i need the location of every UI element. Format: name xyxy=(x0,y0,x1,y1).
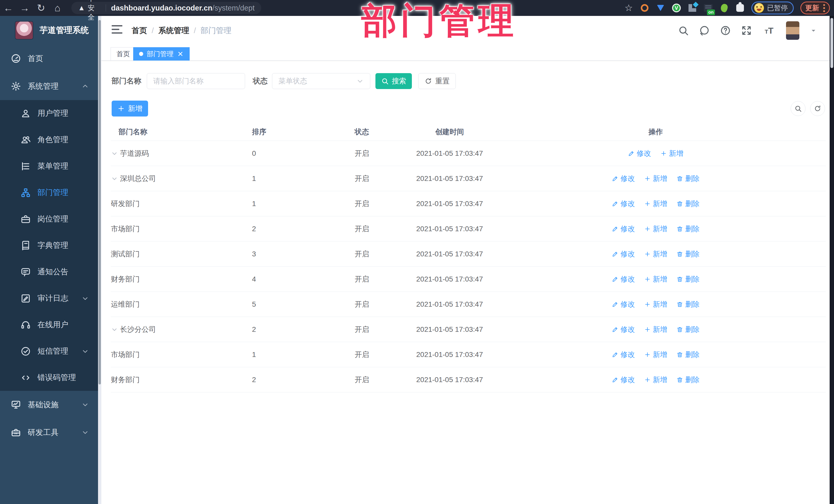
delete-action-link[interactable]: 删除 xyxy=(676,174,700,183)
extension-green-icon[interactable]: V xyxy=(672,3,681,13)
tab-dept-mgmt[interactable]: 部门管理 xyxy=(133,47,190,61)
active-tab-label: 部门管理 xyxy=(147,49,174,59)
sidebar-item-audit-log[interactable]: 审计日志 xyxy=(0,285,101,311)
sidebar-item-dept-mgmt[interactable]: 部门管理 xyxy=(0,179,101,206)
dept-name-cell: 长沙分公司 xyxy=(111,325,249,334)
edit-action-link[interactable]: 修改 xyxy=(628,149,651,158)
sidebar-item-notice[interactable]: 通知公告 xyxy=(0,259,101,285)
tab-close-icon[interactable] xyxy=(177,50,184,57)
edit-action-link[interactable]: 修改 xyxy=(612,224,635,234)
fullscreen-icon[interactable] xyxy=(741,25,752,36)
breadcrumb-home[interactable]: 首页 xyxy=(132,25,147,36)
edit-action-link[interactable]: 修改 xyxy=(612,249,635,259)
sidebar-item-system[interactable]: 系统管理 xyxy=(0,72,101,100)
browser-home-icon[interactable]: ⌂ xyxy=(49,3,66,14)
avatar-caret-icon[interactable] xyxy=(809,26,818,35)
extension-grid-icon[interactable] xyxy=(688,3,697,13)
sidebar-item-menu-mgmt[interactable]: 菜单管理 xyxy=(0,153,101,179)
sidebar-scrollbar[interactable] xyxy=(98,16,101,504)
edit-action-link[interactable]: 修改 xyxy=(612,199,635,209)
user-avatar[interactable] xyxy=(786,21,799,40)
edit-action-link[interactable]: 修改 xyxy=(612,325,635,334)
add-action-link[interactable]: 新增 xyxy=(644,224,667,234)
col-dept-name: 部门名称 xyxy=(111,127,249,137)
browser-back-icon[interactable]: ← xyxy=(0,3,17,14)
add-action-link[interactable]: 新增 xyxy=(644,325,667,334)
add-action-link[interactable]: 新增 xyxy=(660,149,683,158)
dept-name: 市场部门 xyxy=(111,350,139,359)
add-action-link[interactable]: 新增 xyxy=(644,249,667,259)
add-button[interactable]: 新增 xyxy=(112,101,148,116)
delete-action-link[interactable]: 删除 xyxy=(676,224,700,234)
search-icon[interactable] xyxy=(678,25,689,36)
delete-action-link[interactable]: 删除 xyxy=(676,350,700,359)
add-action-link[interactable]: 新增 xyxy=(644,300,667,309)
extension-fly-icon[interactable] xyxy=(720,3,729,13)
help-icon[interactable] xyxy=(720,25,731,36)
tab-home[interactable]: 首页 xyxy=(111,47,136,61)
address-bar[interactable]: ▲ 不安全 dashboard.yudao.iocoder.cn/system/… xyxy=(71,2,261,14)
extension-on-icon[interactable]: on xyxy=(704,3,713,13)
breadcrumb-current: 部门管理 xyxy=(201,25,232,36)
delete-action-link[interactable]: 删除 xyxy=(676,325,700,334)
sidebar-collapse-icon[interactable] xyxy=(112,25,123,36)
delete-action-link[interactable]: 删除 xyxy=(676,249,700,259)
delete-action-link[interactable]: 删除 xyxy=(676,375,700,385)
browser-update-button[interactable]: 更新 xyxy=(800,2,830,14)
delete-action-link[interactable]: 删除 xyxy=(676,274,700,284)
dept-name-input[interactable] xyxy=(147,73,245,89)
sidebar-item-error-code[interactable]: 错误码管理 xyxy=(0,365,101,391)
add-action-link[interactable]: 新增 xyxy=(644,199,667,209)
sidebar-item-infra[interactable]: 基础设施 xyxy=(0,391,101,419)
extension-ring-icon[interactable] xyxy=(640,3,649,13)
browser-forward-icon[interactable]: → xyxy=(17,3,33,14)
show-search-toggle-button[interactable] xyxy=(791,101,806,116)
edit-action-link[interactable]: 修改 xyxy=(612,300,635,309)
sidebar-item-home[interactable]: 首页 xyxy=(0,45,101,72)
tree-expand-icon[interactable] xyxy=(111,175,118,182)
sidebar-item-dict-mgmt[interactable]: 字典管理 xyxy=(0,232,101,259)
main-area: 首页 / 系统管理 / 部门管理 TT 首页 部门管理 xyxy=(101,16,830,504)
sidebar-item-sms-mgmt[interactable]: 短信管理 xyxy=(0,338,101,365)
window-scrollbar-thumb[interactable] xyxy=(830,18,833,68)
edit-action-link[interactable]: 修改 xyxy=(612,375,635,385)
edit-action-link[interactable]: 修改 xyxy=(612,350,635,359)
breadcrumb-system[interactable]: 系统管理 xyxy=(158,25,189,36)
plus-icon xyxy=(644,301,651,308)
github-icon[interactable] xyxy=(699,25,710,36)
table-body: 芋道源码0开启2021-01-05 17:03:47修改新增深圳总公司1开启20… xyxy=(111,141,826,392)
pencil-icon xyxy=(612,251,618,257)
tree-expand-icon[interactable] xyxy=(111,150,118,157)
site-security-warning[interactable]: ▲ 不安全 xyxy=(78,0,101,22)
table-row: 研发部门1开启2021-01-05 17:03:47修改新增删除 xyxy=(111,191,826,216)
extension-drop-icon[interactable] xyxy=(656,3,665,13)
add-action-link[interactable]: 新增 xyxy=(644,350,667,359)
window-scrollbar[interactable] xyxy=(830,16,834,504)
edit-action-link[interactable]: 修改 xyxy=(612,174,635,183)
sidebar-scrollbar-thumb[interactable] xyxy=(98,20,101,385)
edit-action-link[interactable]: 修改 xyxy=(612,274,635,284)
sidebar-item-role-mgmt[interactable]: 角色管理 xyxy=(0,127,101,153)
profile-paused-pill[interactable]: 已暂停 xyxy=(751,2,794,14)
sidebar-item-online-user[interactable]: 在线用户 xyxy=(0,311,101,338)
sidebar-item-user-mgmt[interactable]: 用户管理 xyxy=(0,100,101,127)
delete-action-link[interactable]: 删除 xyxy=(676,300,700,309)
tree-expand-icon[interactable] xyxy=(111,326,118,333)
reset-button[interactable]: 重置 xyxy=(418,73,456,89)
font-size-icon[interactable]: TT xyxy=(762,26,776,36)
sidebar-item-post-mgmt[interactable]: 岗位管理 xyxy=(0,206,101,232)
dept-name-cell: 市场部门 xyxy=(111,350,249,359)
browser-reload-icon[interactable]: ↻ xyxy=(33,2,49,14)
sidebar-item-dev-tools[interactable]: 研发工具 xyxy=(0,419,101,446)
browser-menu-icon[interactable] xyxy=(823,4,825,12)
sidebar-item-label: 错误码管理 xyxy=(38,372,76,383)
extensions-puzzle-icon[interactable] xyxy=(736,3,745,13)
add-action-link[interactable]: 新增 xyxy=(644,274,667,284)
search-button[interactable]: 搜索 xyxy=(375,73,412,89)
status-select[interactable]: 菜单状态 xyxy=(272,73,370,89)
refresh-table-button[interactable] xyxy=(810,101,825,116)
add-action-link[interactable]: 新增 xyxy=(644,375,667,385)
bookmark-star-icon[interactable]: ☆ xyxy=(624,3,633,13)
delete-action-link[interactable]: 删除 xyxy=(676,199,700,209)
add-action-link[interactable]: 新增 xyxy=(644,174,667,183)
